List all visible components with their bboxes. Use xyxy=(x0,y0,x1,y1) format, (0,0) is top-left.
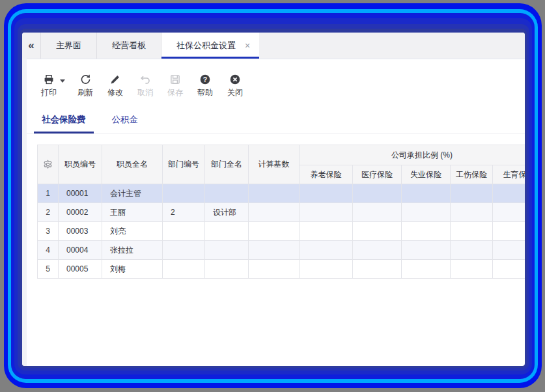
injury-cell xyxy=(451,241,493,260)
unemployment-cell xyxy=(402,241,451,260)
collapse-sidebar-button[interactable]: « xyxy=(22,33,40,59)
refresh-button[interactable]: 刷新 xyxy=(70,74,100,98)
dept-id-cell: 2 xyxy=(163,203,205,222)
emp-id-cell: 00002 xyxy=(59,203,102,222)
emp-id-cell: 00001 xyxy=(59,184,102,203)
tab-business-dashboard[interactable]: 经营看板 xyxy=(96,33,161,59)
table-row[interactable]: 2 00002 王丽 2 设计部 xyxy=(38,203,525,222)
toolbar-label: 取消 xyxy=(137,87,153,98)
col-header-unemployment: 失业保险 xyxy=(402,165,451,184)
save-icon xyxy=(169,74,181,85)
save-button: 保存 xyxy=(160,74,190,98)
row-number-cell: 1 xyxy=(38,184,59,203)
medical-cell xyxy=(353,203,402,222)
frame-band-1: « 主界面 经营看板 社保公积金设置 × xyxy=(11,13,535,379)
table-row[interactable]: 4 00004 张拉拉 xyxy=(38,241,525,260)
dept-name-cell xyxy=(205,184,249,203)
emp-name-cell: 刘亮 xyxy=(102,222,163,241)
refresh-icon xyxy=(79,74,91,85)
close-button[interactable]: 关闭 xyxy=(220,74,250,98)
dept-id-cell xyxy=(163,184,205,203)
calc-base-cell xyxy=(249,241,300,260)
unemployment-cell xyxy=(402,184,451,203)
pension-cell xyxy=(300,241,353,260)
tab-main-screen[interactable]: 主界面 xyxy=(40,33,96,59)
cancel-button: 取消 xyxy=(130,74,160,98)
injury-cell xyxy=(451,260,493,279)
sub-tab-bar: 社会保险费 公积金 xyxy=(22,111,525,134)
pension-cell xyxy=(300,203,353,222)
maternity-cell xyxy=(493,203,525,222)
unemployment-cell xyxy=(402,222,451,241)
double-chevron-left-icon: « xyxy=(28,39,34,52)
frame-band-4: « 主界面 经营看板 社保公积金设置 × xyxy=(20,29,527,368)
maternity-cell xyxy=(493,222,525,241)
main-tab-bar: « 主界面 经营看板 社保公积金设置 × xyxy=(22,33,525,59)
undo-icon xyxy=(139,74,151,85)
frame-band-2: « 主界面 经营看板 社保公积金设置 × xyxy=(14,18,532,374)
data-grid: 职员编号 职员全名 部门编号 部门全名 计算基数 公司承担比例 (%) 养老保险… xyxy=(37,145,525,279)
pencil-icon xyxy=(109,74,121,85)
column-settings-button[interactable] xyxy=(38,145,59,184)
toolbar-label: 刷新 xyxy=(77,87,93,98)
toolbar-label: 修改 xyxy=(107,87,123,98)
emp-name-cell: 张拉拉 xyxy=(102,241,163,260)
pension-cell xyxy=(300,184,353,203)
frame-band-cyan: « 主界面 经营看板 社保公积金设置 × xyxy=(8,9,538,383)
calc-base-cell xyxy=(249,184,300,203)
emp-name-cell: 王丽 xyxy=(102,203,163,222)
subtab-social-insurance-fee[interactable]: 社会保险费 xyxy=(34,111,94,133)
help-icon: ? xyxy=(199,74,211,85)
row-number-cell: 4 xyxy=(38,241,59,260)
col-header-injury: 工伤保险 xyxy=(451,165,493,184)
subtab-housing-fund[interactable]: 公积金 xyxy=(104,111,147,133)
col-header-emp-name: 职员全名 xyxy=(102,145,163,184)
emp-id-cell: 00005 xyxy=(59,260,102,279)
medical-cell xyxy=(353,241,402,260)
subtab-label: 公积金 xyxy=(112,115,139,124)
medical-cell xyxy=(353,260,402,279)
modify-button[interactable]: 修改 xyxy=(100,74,130,98)
grid-header: 职员编号 职员全名 部门编号 部门全名 计算基数 公司承担比例 (%) 养老保险… xyxy=(38,145,525,184)
tab-close-icon[interactable]: × xyxy=(245,41,250,50)
subtab-label: 社会保险费 xyxy=(42,115,86,124)
toolbar-label: 打印 xyxy=(41,87,57,98)
emp-name-cell: 刘梅 xyxy=(102,260,163,279)
col-header-maternity: 生育保险 xyxy=(493,165,525,184)
maternity-cell xyxy=(493,260,525,279)
emp-name-cell: 会计主管 xyxy=(102,184,163,203)
close-circle-icon xyxy=(229,74,241,85)
col-header-medical: 医疗保险 xyxy=(353,165,402,184)
toolbar-label: 帮助 xyxy=(197,87,213,98)
tab-social-insurance-settings[interactable]: 社保公积金设置 × xyxy=(161,33,259,59)
row-number-cell: 2 xyxy=(38,203,59,222)
maternity-cell xyxy=(493,184,525,203)
print-dropdown-button[interactable] xyxy=(60,74,65,88)
table-body: 1 00001 会计主管 2 00002 王丽 2 设计部 3 00003 刘亮 xyxy=(38,184,525,279)
calc-base-cell xyxy=(249,222,300,241)
dept-id-cell xyxy=(163,241,205,260)
medical-cell xyxy=(353,184,402,203)
chevron-down-icon xyxy=(60,79,65,83)
col-header-dept-name: 部门全名 xyxy=(205,145,249,184)
toolbar-label: 关闭 xyxy=(227,87,243,98)
injury-cell xyxy=(451,203,493,222)
unemployment-cell xyxy=(402,203,451,222)
medical-cell xyxy=(353,222,402,241)
col-header-pension: 养老保险 xyxy=(300,165,353,184)
maternity-cell xyxy=(493,241,525,260)
col-header-dept-id: 部门编号 xyxy=(163,145,205,184)
row-number-cell: 5 xyxy=(38,260,59,279)
emp-id-cell: 00003 xyxy=(59,222,102,241)
window-frame: « 主界面 经营看板 社保公积金设置 × xyxy=(4,3,542,388)
window-content: « 主界面 经营看板 社保公积金设置 × xyxy=(22,33,525,366)
col-header-calc-base: 计算基数 xyxy=(249,145,300,184)
help-button[interactable]: ? 帮助 xyxy=(190,74,220,98)
table-row[interactable]: 3 00003 刘亮 xyxy=(38,222,525,241)
toolbar: 打印 刷新 xyxy=(22,59,525,111)
dept-name-cell: 设计部 xyxy=(205,203,249,222)
frame-band-3: « 主界面 经营看板 社保公积金设置 × xyxy=(18,24,529,371)
table-row[interactable]: 1 00001 会计主管 xyxy=(38,184,525,203)
dept-name-cell xyxy=(205,222,249,241)
table-row[interactable]: 5 00005 刘梅 xyxy=(38,260,525,279)
